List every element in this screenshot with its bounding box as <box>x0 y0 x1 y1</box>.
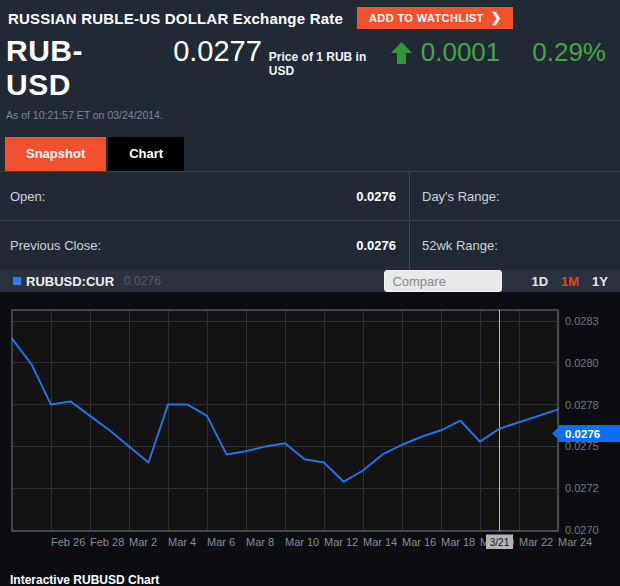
quote-page: RUSSIAN RUBLE-US DOLLAR Exchange Rate AD… <box>0 0 620 586</box>
add-to-watchlist-label: ADD TO WATCHLIST <box>369 12 484 24</box>
range-selector: 1D 1M 1Y <box>518 274 608 289</box>
svg-text:Feb 26: Feb 26 <box>51 536 85 548</box>
change-group: 0.0001 0.29% <box>391 37 612 68</box>
svg-text:Mar 2: Mar 2 <box>129 536 157 548</box>
stats-table: Open: 0.0276 Previous Close: 0.0276 Day'… <box>0 171 620 270</box>
range-1y[interactable]: 1Y <box>592 274 608 289</box>
svg-text:Mar 22: Mar 22 <box>519 536 553 548</box>
chart-caption: Interactive RUBUSD Chart <box>0 565 620 586</box>
price-change: 0.0001 <box>421 37 501 68</box>
stats-column-left: Open: 0.0276 Previous Close: 0.0276 <box>0 172 410 270</box>
svg-text:Mar 18: Mar 18 <box>441 536 475 548</box>
as-of-timestamp: As of 10:21:57 ET on 03/24/2014. <box>0 102 620 129</box>
svg-text:Mar 8: Mar 8 <box>246 536 274 548</box>
stats-column-right: Day's Range: 52wk Range: <box>410 172 620 270</box>
top-section: RUSSIAN RUBLE-US DOLLAR Exchange Rate AD… <box>0 0 620 171</box>
svg-text:0.0280: 0.0280 <box>565 357 599 369</box>
previous-close-label: Previous Close: <box>10 238 101 253</box>
series-legend-swatch-icon <box>13 277 21 285</box>
svg-text:3/21: 3/21 <box>490 537 510 548</box>
svg-text:Feb 28: Feb 28 <box>90 536 124 548</box>
up-arrow-icon <box>391 42 412 68</box>
last-price: 0.0277 <box>173 35 262 68</box>
svg-text:Mar 24: Mar 24 <box>558 536 592 548</box>
svg-text:Mar 12: Mar 12 <box>324 536 358 548</box>
open-label: Open: <box>10 189 45 204</box>
price-change-percent: 0.29% <box>532 37 606 68</box>
chart-toolbar: RUBUSD:CUR 0.0276 1D 1M 1Y <box>0 270 620 292</box>
svg-text:0.0275: 0.0275 <box>565 440 599 452</box>
series-legend-price: 0.0276 <box>124 274 161 288</box>
tab-snapshot[interactable]: Snapshot <box>5 137 106 171</box>
svg-text:Mar 6: Mar 6 <box>207 536 235 548</box>
tab-bar: Snapshot Chart <box>0 129 620 171</box>
svg-text:0.0272: 0.0272 <box>565 482 599 494</box>
svg-text:Mar 14: Mar 14 <box>363 536 397 548</box>
compare-input[interactable] <box>384 270 502 292</box>
svg-text:0.0283: 0.0283 <box>565 315 599 327</box>
tab-chart[interactable]: Chart <box>108 137 184 171</box>
add-to-watchlist-button[interactable]: ADD TO WATCHLIST ❯ <box>357 7 513 29</box>
52wk-range-label: 52wk Range: <box>422 238 498 253</box>
svg-text:0.0270: 0.0270 <box>565 524 599 536</box>
range-1m[interactable]: 1M <box>561 274 579 289</box>
page-title: RUSSIAN RUBLE-US DOLLAR Exchange Rate <box>8 10 343 27</box>
days-range-label: Day's Range: <box>422 189 500 204</box>
stat-row-52wk-range: 52wk Range: <box>410 221 620 270</box>
chart-area: 0.02830.02800.02780.02750.02720.0270Feb … <box>0 292 620 565</box>
svg-text:Mar 10: Mar 10 <box>285 536 319 548</box>
series-legend-symbol: RUBUSD:CUR <box>26 274 114 289</box>
quote-row: RUB-USD 0.0277 Price of 1 RUB in USD 0.0… <box>0 31 620 102</box>
svg-text:Mar 4: Mar 4 <box>168 536 196 548</box>
range-1d[interactable]: 1D <box>531 274 548 289</box>
svg-text:0.0278: 0.0278 <box>565 399 599 411</box>
stat-row-previous-close: Previous Close: 0.0276 <box>0 221 409 270</box>
price-chart[interactable]: 0.02830.02800.02780.02750.02720.0270Feb … <box>0 292 620 565</box>
masthead: RUSSIAN RUBLE-US DOLLAR Exchange Rate AD… <box>0 0 620 31</box>
svg-text:Mar 16: Mar 16 <box>402 536 436 548</box>
chevron-right-icon: ❯ <box>491 13 502 23</box>
stat-row-days-range: Day's Range: <box>410 172 620 221</box>
previous-close-value: 0.0276 <box>356 238 396 253</box>
open-value: 0.0276 <box>356 189 396 204</box>
price-description: Price of 1 RUB in USD <box>269 50 391 78</box>
stat-row-open: Open: 0.0276 <box>0 172 409 221</box>
svg-text:0.0276: 0.0276 <box>565 428 600 440</box>
ticker-symbol: RUB-USD <box>6 34 143 102</box>
